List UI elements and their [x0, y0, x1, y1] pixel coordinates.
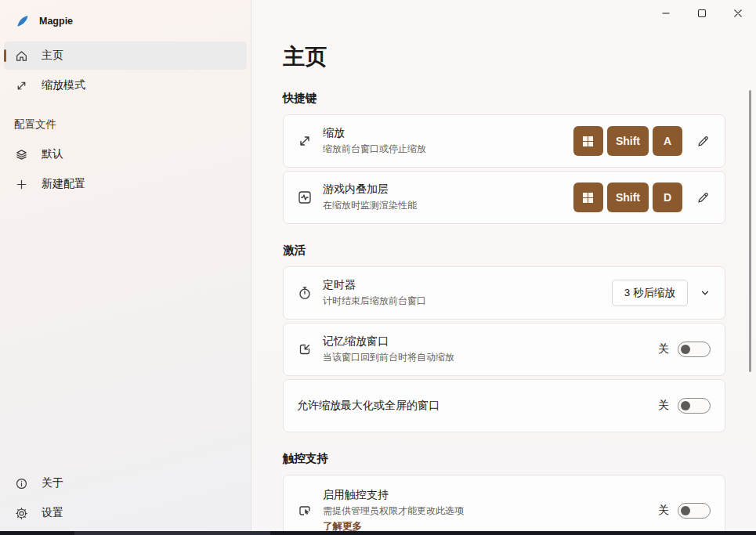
- layers-icon: [15, 148, 28, 161]
- sidebar-item-label: 设置: [42, 506, 63, 520]
- home-icon: [15, 49, 28, 63]
- remember-window-toggle[interactable]: [678, 342, 711, 357]
- info-icon: [15, 477, 28, 490]
- shift-key: Shift: [607, 183, 649, 212]
- close-icon: [733, 9, 743, 18]
- sidebar-profiles: 默认 新建配置: [0, 137, 251, 201]
- toggle-group: 关: [658, 342, 711, 357]
- windows-logo-icon: [582, 192, 594, 204]
- touch-icon: [297, 503, 313, 519]
- desktop-edge-highlight: [74, 531, 270, 535]
- sidebar-item-label: 默认: [42, 147, 63, 161]
- activity-icon: [297, 190, 313, 205]
- card-title: 记忆缩放窗口: [323, 334, 658, 349]
- card-text: 启用触控支持 需提供管理员权限才能更改此选项 了解更多: [323, 488, 658, 533]
- win-key: [573, 183, 603, 212]
- gear-icon: [15, 507, 28, 520]
- vertical-scrollbar-thumb[interactable]: [749, 90, 751, 372]
- pencil-icon: [696, 134, 711, 149]
- sidebar-item-label: 主页: [42, 49, 63, 63]
- sidebar-item-label: 关于: [42, 476, 63, 490]
- app-brand: Magpie: [0, 0, 251, 38]
- shift-key: Shift: [607, 126, 649, 156]
- sidebar-section-profiles: 配置文件: [14, 117, 251, 132]
- timer-delay-dropdown[interactable]: 3 秒后缩放: [612, 280, 688, 306]
- letter-key: A: [653, 126, 682, 156]
- card-subtitle: 在缩放时监测渲染性能: [323, 199, 573, 212]
- card-subtitle: 缩放前台窗口或停止缩放: [323, 143, 573, 156]
- plus-icon: [15, 178, 28, 191]
- win-key: [573, 126, 603, 156]
- sidebar-item-scaling-modes[interactable]: 缩放模式: [4, 71, 247, 99]
- maximize-button[interactable]: [684, 0, 720, 27]
- sidebar-item-about[interactable]: 关于: [4, 469, 247, 497]
- page-title: 主页: [283, 42, 725, 72]
- feather-icon: [15, 13, 31, 29]
- sidebar-item-label: 缩放模式: [42, 78, 85, 92]
- stopwatch-icon: [297, 285, 313, 301]
- selection-accent-pill: [4, 49, 6, 62]
- sidebar-item-home[interactable]: 主页: [4, 42, 247, 70]
- edit-shortcut-button[interactable]: [696, 134, 711, 149]
- edit-shortcut-button[interactable]: [696, 190, 711, 205]
- shortcut-keys: Shift D: [573, 183, 682, 212]
- import-window-icon: [297, 342, 313, 357]
- resize-diagonal-icon: [297, 133, 313, 149]
- card-text: 定时器 计时结束后缩放前台窗口: [323, 278, 612, 308]
- toggle-state-label: 关: [658, 399, 669, 413]
- toggle-state-label: 关: [658, 342, 669, 356]
- sidebar: Magpie 主页 缩放模式 配置文件: [0, 0, 251, 535]
- minimize-icon: [661, 9, 671, 18]
- touch-support-card: 启用触控支持 需提供管理员权限才能更改此选项 了解更多 关: [283, 475, 725, 535]
- section-header-shortcuts: 快捷键: [283, 91, 725, 106]
- remember-window-card: 记忆缩放窗口 当该窗口回到前台时将自动缩放 关: [283, 323, 725, 376]
- maximize-icon: [697, 9, 707, 18]
- toggle-knob: [681, 506, 690, 515]
- app-title: Magpie: [39, 16, 73, 27]
- timer-delay-value: 3 秒后缩放: [624, 286, 675, 300]
- card-subtitle: 计时结束后缩放前台窗口: [323, 295, 612, 308]
- toggle-state-label: 关: [658, 504, 669, 518]
- minimize-button[interactable]: [648, 0, 684, 27]
- timer-card: 定时器 计时结束后缩放前台窗口 3 秒后缩放: [283, 266, 725, 320]
- toggle-knob: [681, 401, 690, 410]
- section-header-touch: 触控支持: [283, 451, 725, 466]
- card-subtitle: 需提供管理员权限才能更改此选项: [323, 504, 658, 518]
- letter-key: D: [653, 183, 682, 212]
- overlay-shortcut-card: 游戏内叠加层 在缩放时监测渲染性能 Shift D: [283, 171, 725, 224]
- sidebar-item-default-profile[interactable]: 默认: [4, 140, 247, 168]
- expander-button[interactable]: [700, 287, 711, 298]
- allow-maximized-card: 允许缩放最大化或全屏的窗口 关: [283, 379, 725, 432]
- desktop-edge-strip: [0, 531, 756, 535]
- main-panel: 主页 快捷键 缩放 缩放前台窗口或停止缩放 Shift A: [251, 0, 756, 535]
- allow-maximized-toggle[interactable]: [678, 398, 711, 414]
- toggle-knob: [681, 345, 690, 354]
- shortcut-keys: Shift A: [573, 126, 682, 156]
- card-title: 缩放: [323, 126, 573, 140]
- scale-shortcut-card: 缩放 缩放前台窗口或停止缩放 Shift A: [283, 114, 725, 168]
- touch-support-toggle[interactable]: [678, 503, 711, 519]
- section-header-activation: 激活: [283, 243, 725, 258]
- card-text: 缩放 缩放前台窗口或停止缩放: [323, 126, 573, 156]
- toggle-group: 关: [658, 398, 711, 414]
- resize-diagonal-icon: [15, 79, 28, 92]
- card-text: 游戏内叠加层 在缩放时监测渲染性能: [323, 183, 573, 212]
- sidebar-nav: 主页 缩放模式: [0, 38, 251, 103]
- window-controls: [648, 0, 756, 27]
- sidebar-item-settings[interactable]: 设置: [4, 499, 247, 527]
- sidebar-footer: 关于 设置: [0, 468, 251, 529]
- card-subtitle: 当该窗口回到前台时将自动缩放: [323, 351, 658, 364]
- sidebar-item-new-profile[interactable]: 新建配置: [4, 170, 247, 198]
- card-text: 允许缩放最大化或全屏的窗口: [297, 399, 658, 413]
- chevron-down-icon: [700, 287, 711, 298]
- card-title: 启用触控支持: [323, 488, 658, 502]
- pencil-icon: [696, 190, 711, 205]
- card-title: 允许缩放最大化或全屏的窗口: [297, 399, 658, 413]
- card-title: 定时器: [323, 278, 612, 292]
- close-button[interactable]: [720, 0, 756, 27]
- page-content: 主页 快捷键 缩放 缩放前台窗口或停止缩放 Shift A: [283, 0, 725, 535]
- sidebar-item-label: 新建配置: [42, 177, 85, 191]
- card-text: 记忆缩放窗口 当该窗口回到前台时将自动缩放: [323, 334, 658, 364]
- windows-logo-icon: [582, 136, 594, 147]
- toggle-group: 关: [658, 503, 711, 519]
